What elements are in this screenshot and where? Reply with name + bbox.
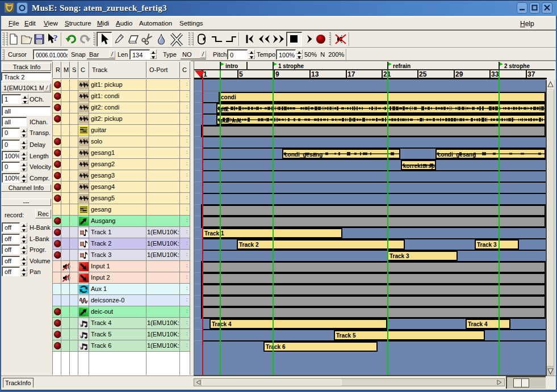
svg-text:?: ? (53, 33, 58, 43)
